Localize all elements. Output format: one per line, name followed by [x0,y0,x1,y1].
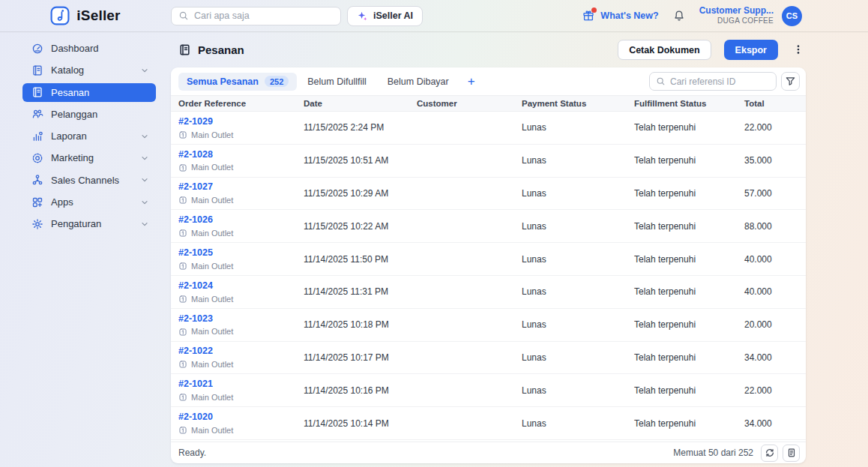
table-row[interactable]: #2-1029 Main Outlet 11/15/2025 2:24 PM L… [171,112,806,145]
tab-belum-difullfill[interactable]: Belum Difullfill [297,73,377,91]
account-menu[interactable]: Customer Supp... DUGA COFFEE [699,5,774,26]
row-payment-status: Lunas [514,221,627,232]
global-search-input[interactable] [194,10,334,21]
orders-page-icon [178,43,191,56]
order-ref-link[interactable]: #2-1024 [178,280,213,292]
row-date: 11/14/2025 10:16 PM [296,385,409,396]
column-header-fulfillment-status: Fulfillment Status [627,99,737,108]
row-total: 20.000 [737,319,806,330]
sidebar-item-label: Pelanggan [51,109,97,120]
sidebar-item-katalog[interactable]: Katalog [22,61,156,79]
row-payment-status: Lunas [514,319,627,330]
row-date: 11/14/2025 10:14 PM [296,418,409,429]
row-fulfillment-status: Telah terpenuhi [627,155,737,166]
sidebar-item-label: Sales Channels [51,175,119,186]
table-row[interactable]: #2-1022 Main Outlet 11/14/2025 10:17 PM … [171,342,806,375]
tab-belum-dibayar[interactable]: Belum Dibayar [377,73,459,91]
order-ref-link[interactable]: #2-1027 [178,181,213,193]
sidebar-item-label: Pengaturan [51,218,101,229]
row-date: 11/15/2025 10:29 AM [296,188,409,199]
column-header-payment-status: Payment Status [514,99,627,108]
pesanan-icon [31,86,43,98]
outlet-label: Main Outlet [191,294,233,304]
sidebar: Dashboard Katalog Pesanan Pelanggan Lapo… [0,32,171,467]
marketing-icon [31,152,43,164]
table-row[interactable]: #2-1020 Main Outlet 11/14/2025 10:14 PM … [171,407,806,440]
sidebar-item-dashboard[interactable]: Dashboard [22,39,156,58]
row-date: 11/14/2025 10:17 PM [296,352,409,363]
sidebar-item-pelanggan[interactable]: Pelanggan [22,105,156,124]
bell-icon[interactable] [673,10,685,22]
sidebar-item-marketing[interactable]: Marketing [22,148,156,167]
add-tab-button[interactable]: + [459,74,483,89]
filter-button[interactable] [781,72,800,91]
loaded-count: Memuat 50 dari 252 [673,448,753,458]
row-date: 11/14/2025 11:50 PM [296,254,409,265]
row-payment-status: Lunas [514,352,627,363]
order-ref-link[interactable]: #2-1029 [178,115,213,127]
outlet-icon [178,328,187,337]
order-ref-link[interactable]: #2-1028 [178,148,213,160]
row-date: 11/14/2025 11:31 PM [296,286,409,297]
outlet-icon [178,196,187,205]
iseller-ai-button[interactable]: iSeller AI [347,6,423,26]
column-header-total: Total [737,99,806,108]
print-documents-button[interactable]: Cetak Dokumen [618,40,711,60]
row-fulfillment-status: Telah terpenuhi [627,122,737,133]
avatar[interactable]: CS [782,6,802,26]
refresh-button[interactable] [761,445,778,462]
tab-label: Belum Difullfill [307,76,367,87]
sidebar-item-label: Marketing [51,152,94,163]
outlet-icon [178,229,187,238]
table-row[interactable]: #2-1026 Main Outlet 11/15/2025 10:22 AM … [171,210,806,243]
brand-logo[interactable]: iSeller [0,6,171,25]
sidebar-item-pengaturan[interactable]: Pengaturan [22,214,156,233]
sidebar-item-sales-channels[interactable]: Sales Channels [22,171,156,190]
reference-search[interactable] [649,72,777,91]
outlet-label: Main Outlet [191,130,233,140]
table-row[interactable]: #2-1027 Main Outlet 11/15/2025 10:29 AM … [171,178,806,211]
receipt-list-button[interactable] [783,445,800,462]
table-row[interactable]: #2-1024 Main Outlet 11/14/2025 11:31 PM … [171,276,806,309]
order-ref-link[interactable]: #2-1025 [178,247,213,259]
card-footer: Ready. Memuat 50 dari 252 [171,442,806,463]
sparkle-icon [357,10,368,22]
chevron-down-icon [140,175,149,184]
row-fulfillment-status: Telah terpenuhi [627,385,737,396]
row-fulfillment-status: Telah terpenuhi [627,221,737,232]
order-ref-link[interactable]: #2-1021 [178,378,213,390]
order-ref-link[interactable]: #2-1026 [178,214,213,226]
export-button[interactable]: Ekspor [724,40,778,60]
order-ref-link[interactable]: #2-1022 [178,345,213,357]
column-header-date: Date [296,99,409,108]
whats-new-button[interactable]: What's New? [582,10,658,22]
sidebar-item-laporan[interactable]: Laporan [22,127,156,145]
brand-name: iSeller [76,7,120,24]
order-ref-link[interactable]: #2-1023 [178,313,213,325]
sidebar-item-pesanan[interactable]: Pesanan [22,83,156,102]
row-payment-status: Lunas [514,122,627,133]
tab-label: Belum Dibayar [388,76,449,87]
sidebar-item-apps[interactable]: Apps [22,193,156,211]
outlet-label: Main Outlet [191,359,233,370]
table-header: Order ReferenceDateCustomerPayment Statu… [171,95,806,112]
column-header-customer: Customer [409,99,514,108]
chevron-down-icon [140,198,149,207]
kebab-menu-icon[interactable] [793,43,806,56]
table-row[interactable]: #2-1028 Main Outlet 11/15/2025 10:51 AM … [171,145,806,178]
table-row[interactable]: #2-1023 Main Outlet 11/14/2025 10:18 PM … [171,309,806,342]
reference-search-input[interactable] [670,76,770,87]
notification-dot [591,7,597,13]
global-search[interactable] [171,7,341,25]
table-row[interactable]: #2-1021 Main Outlet 11/14/2025 10:16 PM … [171,374,806,407]
topbar: iSeller iSeller AI What's New? [0,0,868,32]
outlet-icon [178,426,187,435]
row-fulfillment-status: Telah terpenuhi [627,254,737,265]
page-title: Pesanan [198,43,244,56]
order-ref-link[interactable]: #2-1020 [178,411,213,423]
tab-label: Semua Pesanan [187,76,259,87]
tab-semua-pesanan[interactable]: Semua Pesanan 252 [178,73,297,91]
row-total: 22.000 [737,385,806,396]
table-row[interactable]: #2-1025 Main Outlet 11/14/2025 11:50 PM … [171,243,806,276]
outlet-label: Main Outlet [191,261,233,271]
